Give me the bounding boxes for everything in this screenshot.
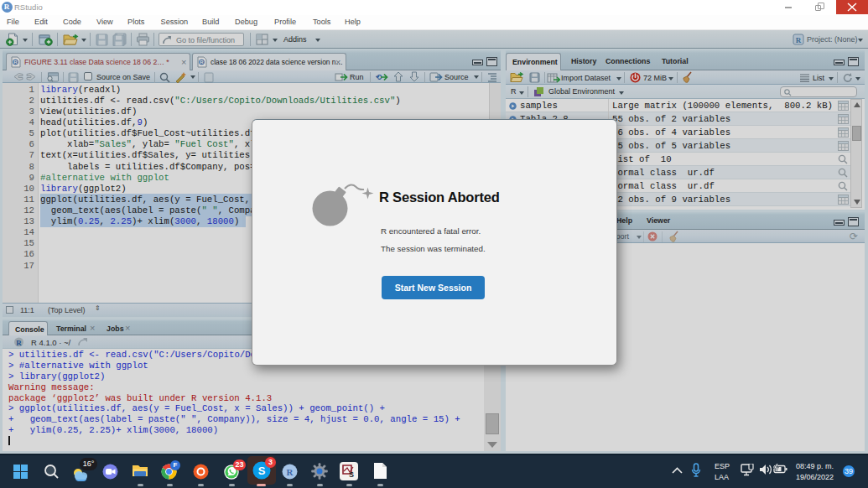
svg-text:S: S xyxy=(258,465,266,477)
svg-text:S: S xyxy=(349,470,354,478)
svg-text:R: R xyxy=(287,467,294,477)
